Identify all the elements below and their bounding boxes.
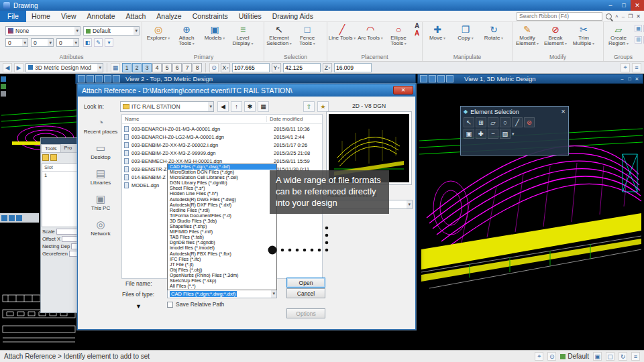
- view-toggle-button[interactable]: 8: [193, 63, 202, 72]
- ribbon-tool-button[interactable]: ✂Trim Multiple: [570, 24, 598, 47]
- tab-tools[interactable]: Tools: [41, 144, 61, 152]
- file-type-option[interactable]: SketchUp Files (*.skp): [168, 278, 276, 284]
- slot-column-header[interactable]: Slot: [42, 164, 80, 172]
- ribbon-tab[interactable]: Annotate: [82, 11, 121, 22]
- place-text-icon[interactable]: A: [415, 22, 419, 29]
- view-toggle-button[interactable]: 7: [182, 63, 192, 72]
- selection-mode-new-icon[interactable]: ▣: [464, 129, 474, 139]
- file-type-option[interactable]: MicroStation Cell Libraries (*.cel): [168, 175, 276, 180]
- view-attributes-icon[interactable]: [87, 75, 94, 82]
- ribbon-tool-button[interactable]: ◎Explorer: [144, 24, 172, 47]
- files-of-type-combo[interactable]: CAD Files (*.dgn;*.dwg;*.dxf): [167, 289, 277, 298]
- ribbon-tab[interactable]: Analyze: [151, 11, 186, 22]
- attributes-drop-icon[interactable]: ▾: [105, 38, 113, 47]
- dock-icon[interactable]: [1, 76, 6, 82]
- x-coordinate-input[interactable]: [232, 63, 270, 72]
- place-item[interactable]: ▣ This PC: [82, 193, 119, 211]
- active-level-combo[interactable]: Default: [83, 26, 140, 36]
- detach-reference-icon[interactable]: [50, 154, 57, 161]
- z-coordinate-badge[interactable]: Z: [323, 63, 332, 72]
- place-item[interactable]: ▭ Desktop: [82, 142, 119, 160]
- dialog-list-icon[interactable]: ≡: [631, 352, 640, 361]
- selection-info-icon[interactable]: ▣: [593, 352, 602, 361]
- mini-tool-icon[interactable]: [16, 215, 22, 221]
- design-history-icon[interactable]: ↻: [619, 352, 627, 361]
- panel-titlebar[interactable]: [41, 138, 81, 144]
- file-row[interactable]: 003-BENARCH-Z0-01-M3-A-00001.dgn 2015/8/…: [122, 125, 322, 133]
- view-zoom-icon[interactable]: [446, 75, 453, 82]
- dock-icon[interactable]: [1, 84, 6, 89]
- view-toggle-button[interactable]: 2: [132, 63, 142, 72]
- file-type-option[interactable]: Obj Files (*.obj): [168, 267, 276, 273]
- ribbon-tab[interactable]: Home: [26, 11, 56, 22]
- dialog-titlebar[interactable]: Attach Reference - D:\Marketing\connect …: [78, 84, 415, 97]
- view-attributes-icon[interactable]: [429, 75, 436, 82]
- select-shape-icon[interactable]: ▱: [488, 117, 498, 127]
- view-restore-icon[interactable]: □: [626, 75, 633, 82]
- file-type-option[interactable]: TAB Files (*.tab): [168, 235, 276, 240]
- color-combo[interactable]: 0: [56, 38, 79, 47]
- ribbon-tool-button[interactable]: ▣Models: [201, 24, 229, 47]
- go-back-icon[interactable]: ◀: [217, 101, 229, 112]
- y-coordinate-input[interactable]: [283, 63, 321, 72]
- palette-titlebar[interactable]: ◆ Element Selection ✕: [461, 107, 568, 117]
- group-tool-icon[interactable]: ▦: [635, 25, 642, 32]
- active-element-template-combo[interactable]: None: [5, 26, 80, 36]
- look-in-combo[interactable]: ITC RAIL STATION: [120, 101, 214, 112]
- file-type-option[interactable]: Hidden Line Files (*.h*): [168, 191, 276, 196]
- file-type-option[interactable]: OpenNurbs (Rhino) Files (*.3dm): [168, 273, 276, 278]
- doc-close-icon[interactable]: ✕: [636, 13, 641, 19]
- attach-reference-icon[interactable]: [42, 154, 49, 161]
- select-block-icon[interactable]: ⊞: [476, 117, 486, 127]
- options-button[interactable]: Options: [286, 308, 325, 318]
- tab-properties[interactable]: Pro: [61, 144, 76, 152]
- selection-mode-subtract-icon[interactable]: −: [488, 129, 498, 139]
- file-type-option[interactable]: JT File (*.jt): [168, 262, 276, 267]
- view-menu-icon[interactable]: ▦: [258, 101, 269, 112]
- file-type-option[interactable]: IFC Files (*.ifc): [168, 257, 276, 262]
- ribbon-tool-button[interactable]: ≡Level Display: [229, 24, 257, 47]
- locks-icon[interactable]: ⊙: [547, 352, 556, 361]
- selection-mode-invert-icon[interactable]: ▨: [500, 129, 511, 139]
- ribbon-tool-button[interactable]: ✚Move: [423, 24, 451, 41]
- file-type-option[interactable]: CAD Files (*.dgn;*.dwg;*.dxf): [168, 164, 276, 170]
- file-row[interactable]: 003-BENARCH-Z0-LG2-M3-A-00001.dgn 2015/4…: [122, 133, 322, 141]
- snaps-icon[interactable]: ⌖: [535, 352, 543, 361]
- view-zoom-icon[interactable]: [104, 75, 111, 82]
- view-close-icon[interactable]: ✕: [633, 75, 641, 82]
- view-fit-icon[interactable]: [113, 75, 120, 82]
- line-weight-combo[interactable]: 0: [5, 38, 28, 47]
- forward-icon[interactable]: ▶: [14, 63, 23, 72]
- file-type-option[interactable]: MIF/MID Files (*.mif): [168, 229, 276, 235]
- maximize-button[interactable]: □: [617, 0, 631, 11]
- ribbon-tab[interactable]: Utilities: [233, 11, 267, 22]
- scale-input[interactable]: [56, 229, 80, 235]
- search-ribbon-input[interactable]: [517, 12, 602, 21]
- view-toggle-button[interactable]: 1: [122, 63, 131, 72]
- view-groups-icon[interactable]: ▦: [111, 63, 120, 72]
- view-menu-icon[interactable]: [78, 75, 85, 82]
- select-pointer-icon[interactable]: ↖: [464, 117, 474, 127]
- slot-cell[interactable]: 1: [42, 172, 80, 179]
- file-type-option[interactable]: Autodesk(R) DWG Files (*.dwg): [168, 197, 276, 202]
- save-relative-path-checkbox[interactable]: [167, 302, 173, 308]
- ribbon-tab[interactable]: Drawing Aids: [267, 11, 319, 22]
- expand-options-icon[interactable]: ▼: [136, 303, 142, 310]
- attributes-match-icon[interactable]: ✎: [94, 38, 103, 47]
- file-type-option[interactable]: MicroStation DGN Files (*.dgn): [168, 170, 276, 175]
- place-item[interactable]: ◎ Network: [82, 219, 119, 237]
- file-type-option[interactable]: TriForma DocumentFiles (*.d): [168, 213, 276, 219]
- file-type-option[interactable]: Sheet Files (*.s*): [168, 186, 276, 191]
- file-type-option[interactable]: All Files (*.*): [168, 284, 276, 289]
- close-button[interactable]: ✕: [631, 0, 644, 11]
- ribbon-tab[interactable]: View: [56, 11, 82, 22]
- ribbon-tool-button[interactable]: ✎Modify Element: [513, 24, 541, 47]
- file-type-option[interactable]: Autodesk(R) DXF Files (*.dxf): [168, 202, 276, 208]
- place-item[interactable]: ▤ Libraries: [82, 168, 119, 186]
- reference-list[interactable]: Slot 1: [42, 163, 80, 227]
- file-type-dropdown-list[interactable]: CAD Files (*.dgn;*.dwg;*.dxf)MicroStatio…: [167, 164, 277, 290]
- mini-tool-icon[interactable]: [9, 215, 15, 221]
- selection-mode-add-icon[interactable]: ✚: [476, 129, 486, 139]
- file-type-option[interactable]: Redline Files (*.rdl): [168, 208, 276, 213]
- running-snap-icon[interactable]: ⌖: [621, 63, 630, 72]
